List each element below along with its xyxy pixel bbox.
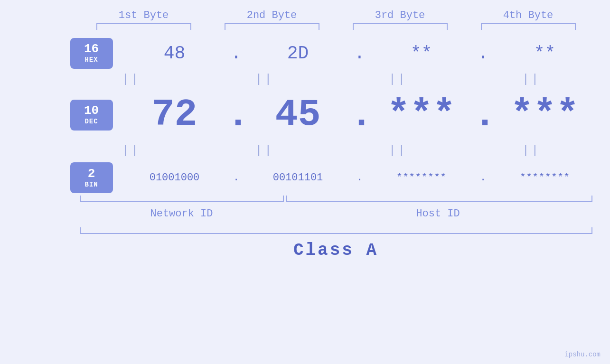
byte-header-4: 4th Byte bbox=[476, 9, 581, 21]
byte-header-3: 3rd Byte bbox=[348, 9, 452, 21]
hex-val-3: ** bbox=[369, 43, 474, 64]
byte-header-2: 2nd Byte bbox=[220, 9, 324, 21]
bin-dot-2: . bbox=[350, 172, 369, 184]
dec-dot-3: . bbox=[474, 93, 493, 137]
bottom-bracket-row bbox=[80, 196, 592, 204]
bracket-3 bbox=[353, 23, 448, 30]
byte-header-1: 1st Byte bbox=[92, 9, 196, 21]
network-id-label: Network ID bbox=[80, 208, 284, 220]
dec-values-row: 72 . 45 . *** . *** bbox=[122, 93, 597, 137]
sep-row-2: || || || || bbox=[0, 141, 610, 160]
sep-row-1: || || || || bbox=[0, 70, 610, 89]
top-bracket-row bbox=[80, 23, 592, 32]
sep-1-2: || bbox=[212, 72, 317, 86]
host-id-label: Host ID bbox=[284, 208, 592, 220]
dec-val-1: 72 bbox=[122, 96, 227, 134]
dec-val-3: *** bbox=[369, 96, 474, 134]
hex-dot-2: . bbox=[350, 43, 369, 64]
bin-dot-1: . bbox=[227, 172, 246, 184]
sep-1-3: || bbox=[346, 72, 450, 86]
id-labels-row: Network ID Host ID bbox=[80, 208, 592, 220]
bin-val-3: ******** bbox=[369, 172, 474, 184]
big-bottom-bracket-row bbox=[80, 227, 592, 236]
hex-dot-3: . bbox=[474, 43, 493, 64]
dec-badge-label: DEC bbox=[84, 118, 98, 125]
bin-val-4: ******** bbox=[493, 172, 597, 184]
bin-dot-3: . bbox=[474, 172, 493, 184]
hex-badge-label: HEX bbox=[84, 56, 98, 64]
bin-badge: 2 BIN bbox=[70, 162, 113, 193]
byte-headers-row: 1st Byte 2nd Byte 3rd Byte 4th Byte bbox=[80, 9, 592, 21]
bin-badge-label: BIN bbox=[84, 181, 98, 188]
hex-badge: 16 HEX bbox=[70, 38, 113, 69]
class-label-row: Class A bbox=[80, 241, 592, 260]
dec-val-4: *** bbox=[493, 96, 597, 134]
hex-val-2: 2D bbox=[246, 43, 350, 64]
hex-dot-1: . bbox=[227, 43, 246, 64]
sep-2-1: || bbox=[79, 143, 183, 158]
hex-val-1: 48 bbox=[122, 43, 227, 64]
bracket-2 bbox=[225, 23, 319, 30]
hex-val-4: ** bbox=[493, 43, 597, 64]
sep-2-4: || bbox=[479, 143, 583, 158]
network-bracket bbox=[80, 196, 284, 202]
dec-badge-number: 10 bbox=[84, 104, 99, 117]
bracket-1 bbox=[96, 23, 191, 30]
hex-values-row: 48 . 2D . ** . ** bbox=[122, 43, 597, 64]
sep-1-4: || bbox=[479, 72, 583, 86]
bin-badge-number: 2 bbox=[88, 168, 95, 180]
bracket-4 bbox=[481, 23, 576, 30]
sep-1-1: || bbox=[79, 72, 183, 86]
sep-2-3: || bbox=[346, 143, 450, 158]
dec-dot-2: . bbox=[350, 93, 369, 137]
hex-badge-number: 16 bbox=[84, 43, 99, 55]
dec-val-2: 45 bbox=[246, 96, 350, 134]
bin-values-row: 01001000 . 00101101 . ******** . *******… bbox=[122, 172, 597, 184]
host-bracket bbox=[286, 196, 592, 202]
bin-val-1: 01001000 bbox=[122, 172, 227, 184]
dec-dot-1: . bbox=[227, 93, 246, 137]
bin-val-2: 00101101 bbox=[246, 172, 350, 184]
big-bottom-bracket bbox=[80, 227, 592, 234]
class-label: Class A bbox=[293, 241, 378, 260]
dec-badge: 10 DEC bbox=[70, 100, 113, 131]
main-container: 1st Byte 2nd Byte 3rd Byte 4th Byte 16 H… bbox=[0, 0, 610, 364]
watermark: ipshu.com bbox=[564, 351, 601, 358]
sep-2-2: || bbox=[212, 143, 317, 158]
